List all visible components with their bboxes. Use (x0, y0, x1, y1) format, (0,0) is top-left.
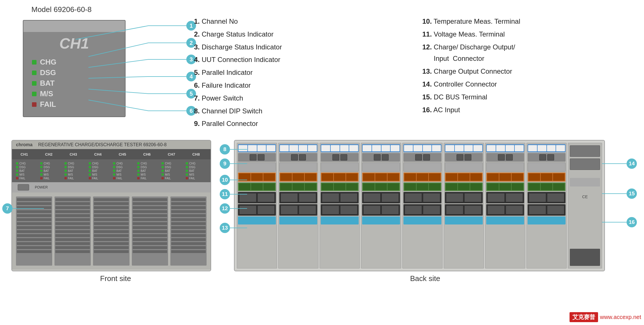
fp-ch-col-8: CHG DSG BAT M/S FAIL (185, 160, 208, 182)
fp-brand: chroma (16, 142, 33, 147)
ch1-label: CH1 (23, 32, 125, 54)
callout-13-line (230, 228, 247, 228)
callout-11-line (230, 194, 247, 194)
watermark-url: www.accexp.net (600, 314, 641, 320)
label-item-8: 8. Channel DIP Switch (194, 105, 282, 117)
fp-fan-col-3 (93, 196, 129, 266)
indicator-row-fail: FAIL (32, 100, 116, 109)
ms-label: M/S (40, 89, 53, 98)
bp-output-1 (238, 192, 276, 203)
label-item-16: 16. AC Input (422, 104, 520, 116)
callout-8-line (230, 149, 247, 150)
callout-7-line (13, 208, 44, 209)
fp-power-label: POWER (35, 185, 48, 189)
bp-green-1 (238, 182, 276, 191)
chg-label: CHG (40, 58, 56, 67)
callout-16: 16 (627, 217, 637, 227)
fp-power-section: POWER (12, 182, 211, 192)
bp-ch-col-7 (485, 143, 525, 268)
indicator-row-bat: BAT (32, 79, 116, 88)
label-item-5: 5. Parallel Indicator (194, 67, 282, 79)
bp-dip-1 (238, 144, 276, 152)
label-item-10: 10. Temperature Meas. Terminal (422, 16, 520, 27)
label-item-11: 11. Voltage Meas. Terminal (422, 29, 520, 40)
fp-ch-col-5: CHG DSG BAT M/S FAIL (112, 160, 135, 182)
fp-ch-col-1: CHG DSG BAT M/S FAIL (15, 160, 38, 182)
callout-8: 8 (220, 144, 230, 155)
callout-10: 10 (220, 175, 230, 185)
fp-ch6: CH6 (143, 152, 151, 157)
back-caption: Back site (234, 274, 616, 283)
bp-rj45-right (570, 178, 600, 186)
bp-ch-col-4 (361, 143, 401, 268)
label-item-14: 14. Controller Connector (422, 79, 520, 90)
bp-ac-inlet (570, 249, 600, 266)
fp-ch2: CH2 (45, 152, 53, 157)
label-item-4: 4. UUT Connection Indicator (194, 54, 282, 66)
label-item-2: 2. Charge Status Indicator (194, 29, 282, 40)
callout-12-line (230, 208, 247, 209)
front-site-area: chroma REGENERATIVE CHARGE/DISCHARGE TES… (11, 140, 220, 283)
bp-db9-1 (570, 145, 600, 157)
indicator-row-chg: CHG (32, 58, 116, 67)
watermark-logo: 艾克赛普 (570, 312, 598, 322)
callout-11: 11 (220, 189, 230, 199)
dsg-dot (32, 71, 37, 75)
callout-9: 9 (220, 159, 230, 169)
fp-ch3: CH3 (70, 152, 77, 157)
front-panel-image: chroma REGENERATIVE CHARGE/DISCHARGE TES… (11, 140, 211, 271)
chg-dot (32, 60, 37, 65)
fp-ch-col-3: CHG DSG BAT M/S FAIL (63, 160, 86, 182)
watermark: 艾克赛普 www.accexp.net (570, 312, 641, 322)
fp-ch4: CH4 (94, 152, 102, 157)
fp-ch7: CH7 (168, 152, 175, 157)
bp-ch-col-2 (278, 143, 318, 268)
fp-ch-col-2: CHG DSG BAT M/S FAIL (39, 160, 62, 182)
fp-indicators-section: CHG DSG BAT M/S FAIL CHG DSG BAT M/S FAI… (12, 159, 211, 182)
back-panel-image: CE (234, 140, 605, 271)
bp-ce-mark: CE (570, 194, 600, 199)
callout-14: 14 (627, 159, 637, 169)
panel-diagram: CH1 CHG DSG BAT M/S (23, 14, 177, 123)
bp-ch-col-8 (526, 143, 567, 268)
bp-db9-2 (570, 159, 600, 170)
bat-label: BAT (40, 79, 55, 88)
fp-fan-section (12, 192, 211, 270)
label-item-3: 3. Discharge Status Indicator (194, 41, 282, 53)
fail-label: FAIL (40, 100, 56, 109)
indicator-row-dsg: DSG (32, 68, 116, 77)
callout-9-line (230, 163, 247, 164)
bp-col-section: CE (235, 141, 604, 271)
callout-7: 7 (2, 203, 13, 214)
fp-power-button[interactable] (18, 184, 29, 190)
ms-dot (32, 92, 37, 96)
callout-12: 12 (220, 203, 230, 214)
fp-channels-bar: CH1 CH2 CH3 CH4 CH5 CH6 CH7 CH8 (12, 149, 211, 159)
bp-ch-col-1 (237, 143, 277, 268)
fp-fan-col-4 (132, 196, 168, 266)
label-item-7: 7. Power Switch (194, 93, 282, 104)
fail-dot (32, 102, 37, 107)
bp-right-panel: CE (568, 143, 602, 268)
bp-ports-1 (238, 153, 276, 162)
fp-model: REGENERATIVE CHARGE/DISCHARGE TESTER 692… (38, 142, 167, 147)
fp-fan-col-5 (170, 196, 207, 266)
callout-14-line (602, 163, 627, 164)
model-title: Model 69206-60-8 (31, 5, 92, 14)
indicator-row-ms: M/S (32, 89, 116, 98)
label-item-6: 6. Failure Indicator (194, 80, 282, 91)
label-item-13: 13. Charge Output Connector (422, 66, 520, 77)
labels-left: 1. Channel No 2. Charge Status Indicator… (194, 16, 282, 131)
callout-16-line (602, 222, 627, 222)
callout-10-line (230, 180, 247, 180)
fp-brand-bar: chroma REGENERATIVE CHARGE/DISCHARGE TES… (12, 141, 211, 149)
callout-15: 15 (627, 188, 637, 199)
bat-dot (32, 81, 37, 86)
panel-top-bar (23, 21, 125, 32)
bp-output2-1 (238, 204, 276, 216)
bp-ch-col-5 (402, 143, 443, 268)
label-item-9: 9. Parallel Connector (194, 118, 282, 130)
fp-ch-col-4: CHG DSG BAT M/S FAIL (88, 160, 111, 182)
bp-terminal-1 (238, 172, 276, 182)
fp-fan-col-1 (16, 196, 52, 266)
